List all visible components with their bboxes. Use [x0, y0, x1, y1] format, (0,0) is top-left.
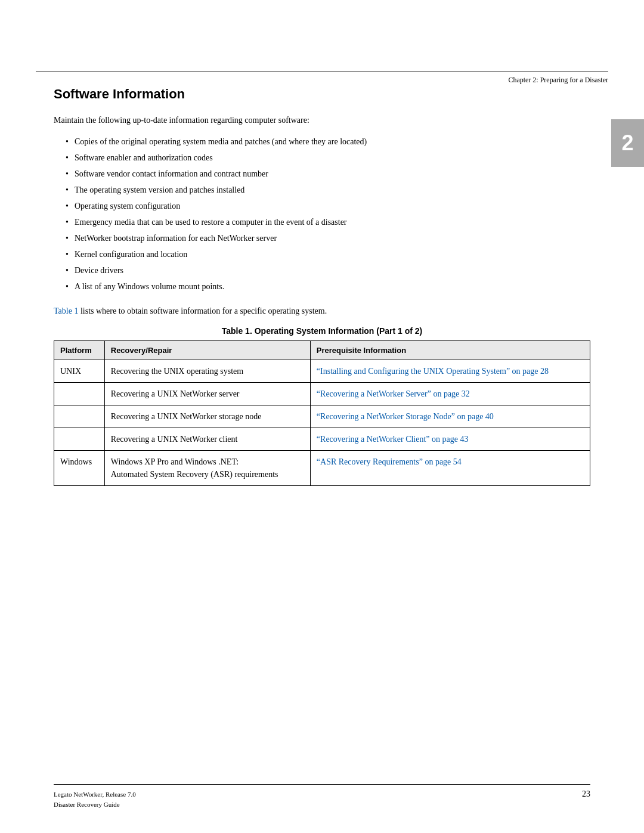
prereq-link[interactable]: “Recovering a NetWorker Server” on page … — [317, 389, 470, 398]
page-footer: Legato NetWorker, Release 7.0 Disaster R… — [54, 784, 590, 809]
cell-prerequisite: “Recovering a NetWorker Client” on page … — [310, 428, 590, 451]
footer-product-name: Legato NetWorker, Release 7.0 — [54, 789, 136, 800]
prereq-link[interactable]: “Recovering a NetWorker Storage Node” on… — [317, 412, 494, 421]
footer-left: Legato NetWorker, Release 7.0 Disaster R… — [54, 789, 136, 809]
table-header-row: Platform Recovery/Repair Prerequisite In… — [54, 341, 590, 360]
cell-prerequisite: “Recovering a NetWorker Server” on page … — [310, 383, 590, 405]
cell-recovery: Recovering a UNIX NetWorker storage node — [104, 405, 310, 428]
chapter-tab: 2 — [611, 119, 644, 167]
list-item: Software enabler and authorization codes — [66, 151, 590, 164]
list-item: The operating system version and patches… — [66, 184, 590, 196]
table-ref-suffix: lists where to obtain software informati… — [80, 306, 327, 315]
cell-prerequisite: “Installing and Configuring the UNIX Ope… — [310, 360, 590, 383]
prereq-link[interactable]: “Recovering a NetWorker Client” on page … — [317, 435, 469, 444]
chapter-header: Chapter 2: Preparing for a Disaster — [36, 72, 608, 85]
table-ref-link[interactable]: Table 1 — [54, 306, 78, 315]
cell-prerequisite: “ASR Recovery Requirements” on page 54 — [310, 451, 590, 486]
operating-system-table: Platform Recovery/Repair Prerequisite In… — [54, 340, 590, 486]
table-reference-paragraph: Table 1 lists where to obtain software i… — [54, 305, 590, 317]
intro-text: Maintain the following up-to-date inform… — [54, 114, 590, 126]
bullet-list: Copies of the original operating system … — [66, 135, 590, 293]
section-title: Software Information — [54, 86, 590, 102]
column-header-recovery: Recovery/Repair — [104, 341, 310, 360]
footer-guide-name: Disaster Recovery Guide — [54, 800, 136, 810]
list-item: Software vendor contact information and … — [66, 168, 590, 180]
column-header-platform: Platform — [54, 341, 105, 360]
list-item: Kernel configuration and location — [66, 248, 590, 261]
cell-recovery: Recovering the UNIX operating system — [104, 360, 310, 383]
main-content: Software Information Maintain the follow… — [54, 86, 590, 486]
list-item: NetWorker bootstrap information for each… — [66, 232, 590, 244]
cell-platform — [54, 405, 105, 428]
table-row: Recovering a UNIX NetWorker client “Reco… — [54, 428, 590, 451]
table-row: Recovering a UNIX NetWorker storage node… — [54, 405, 590, 428]
page-container: Chapter 2: Preparing for a Disaster 2 So… — [0, 0, 644, 833]
cell-prerequisite: “Recovering a NetWorker Storage Node” on… — [310, 405, 590, 428]
list-item: Emergency media that can be used to rest… — [66, 216, 590, 228]
prereq-link[interactable]: “Installing and Configuring the UNIX Ope… — [317, 367, 549, 376]
table-row: UNIX Recovering the UNIX operating syste… — [54, 360, 590, 383]
list-item: A list of any Windows volume mount point… — [66, 280, 590, 293]
list-item: Operating system configuration — [66, 200, 590, 212]
table-row: Windows Windows XP Pro and Windows .NET:… — [54, 451, 590, 486]
chapter-header-text: Chapter 2: Preparing for a Disaster — [508, 76, 608, 84]
cell-platform: UNIX — [54, 360, 105, 383]
list-item: Copies of the original operating system … — [66, 135, 590, 148]
cell-recovery: Recovering a UNIX NetWorker server — [104, 383, 310, 405]
cell-platform — [54, 428, 105, 451]
cell-platform — [54, 383, 105, 405]
cell-recovery: Windows XP Pro and Windows .NET:Automate… — [104, 451, 310, 486]
column-header-prerequisite: Prerequisite Information — [310, 341, 590, 360]
page-number: 23 — [582, 789, 590, 799]
cell-platform: Windows — [54, 451, 105, 486]
list-item: Device drivers — [66, 264, 590, 277]
cell-recovery: Recovering a UNIX NetWorker client — [104, 428, 310, 451]
prereq-link[interactable]: “ASR Recovery Requirements” on page 54 — [317, 457, 462, 466]
chapter-number: 2 — [621, 131, 633, 156]
table-row: Recovering a UNIX NetWorker server “Reco… — [54, 383, 590, 405]
table-caption: Table 1. Operating System Information (P… — [54, 326, 590, 336]
